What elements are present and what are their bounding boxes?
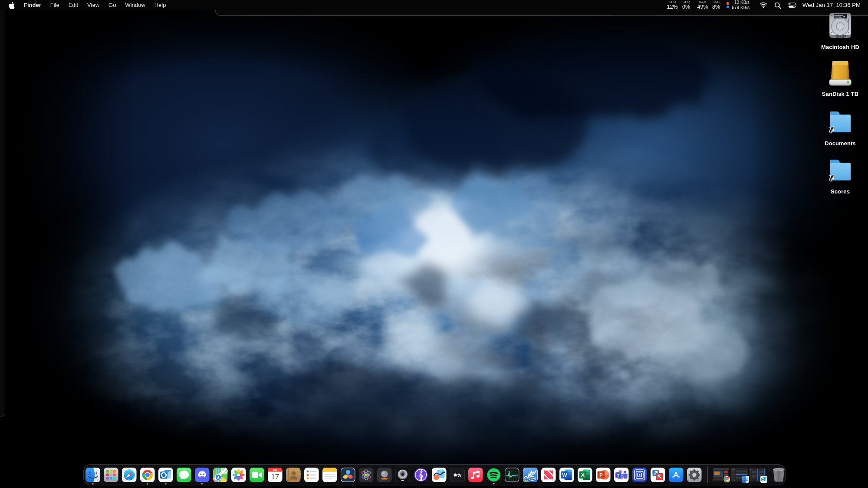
svg-text:P: P — [599, 472, 603, 478]
svg-text:tv: tv — [457, 473, 461, 478]
svg-text:intel: intel — [530, 477, 535, 480]
svg-text:T: T — [617, 473, 620, 478]
svg-text:X: X — [581, 472, 585, 478]
svg-text:JAN: JAN — [273, 468, 277, 471]
svg-text:17: 17 — [271, 472, 279, 481]
svg-text:W: W — [562, 472, 567, 478]
